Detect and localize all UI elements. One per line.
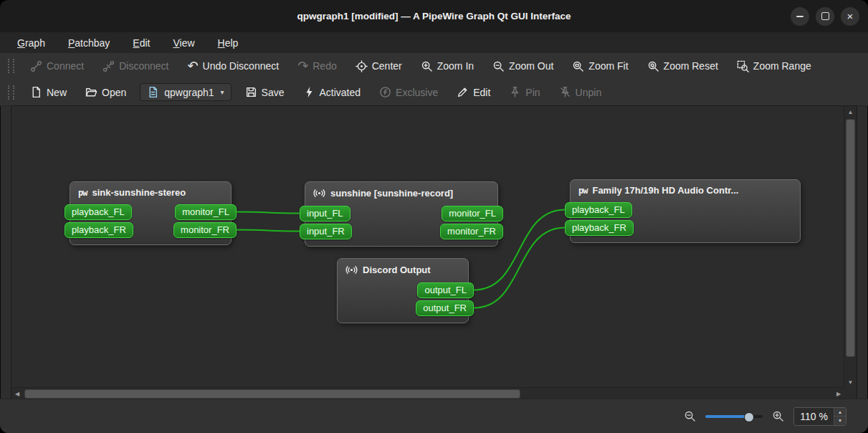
toolbar-button-label: Exclusive [396,87,438,98]
unpin-icon [559,86,571,98]
zoom-spin-down-button[interactable]: ▼ [834,417,846,425]
toolbar-button-center[interactable]: Center [350,57,407,75]
speaker-icon [345,264,358,276]
port-playback_FL[interactable]: playback_FL [65,204,132,220]
vertical-scrollbar[interactable]: ▲ ▼ [844,106,857,388]
horizontal-scroll-thumb[interactable] [24,389,520,399]
port-playback_FL[interactable]: playback_FL [565,202,632,218]
titlebar[interactable]: qpwgraph1 [modified] — A PipeWire Graph … [0,0,868,33]
zoom-out-icon[interactable] [684,410,696,422]
patchbay-profile-value: qpwgraph1 [164,87,214,98]
toolbar-button-label: Connect [47,60,84,72]
node-discord[interactable]: Discord Outputoutput_FLoutput_FR [337,258,469,323]
scroll-down-button[interactable]: ▼ [844,376,857,388]
node-family[interactable]: pwFamily 17h/19h HD Audio Contr...playba… [570,179,801,243]
port-row: input_FRmonitor_FR [300,222,503,240]
graph-view: pwsink-sunshine-stereoplayback_FLmonitor… [11,105,857,401]
port-input_FR[interactable]: input_FR [300,224,352,239]
port-row: input_FLmonitor_FL [300,204,503,222]
port-monitor_FR[interactable]: monitor_FR [173,222,237,238]
zoom-slider[interactable] [705,411,763,422]
pipewire-icon: pw [78,188,87,198]
toolbar-button-label: Disconnect [119,60,168,72]
node-sunshine[interactable]: sunshine [sunshine-record]input_FLmonito… [305,181,498,247]
menubar-items: GraphPatchbayEditViewHelp [10,35,245,51]
window-controls: × [791,0,859,32]
toolbar-button-label: Edit [473,87,490,98]
menu-patchbay[interactable]: Patchbay [61,35,117,51]
port-output_FL[interactable]: output_FL [417,282,474,298]
patchbay-profile-select[interactable]: qpwgraph1▾ [140,83,231,101]
close-button[interactable]: × [841,7,859,26]
toolbar-button-open[interactable]: Open [80,83,131,101]
connection-wire[interactable] [237,230,300,232]
toolbar-button-edit[interactable]: Edit [452,83,495,101]
port-output_FR[interactable]: output_FR [416,300,474,316]
pipewire-icon: pw [578,186,587,196]
zoom-percentage[interactable]: 110 % [794,408,834,425]
zoom-slider-handle[interactable] [744,412,754,422]
port-monitor_FL[interactable]: monitor_FL [442,206,503,222]
minimize-button[interactable] [791,7,809,26]
node-sink[interactable]: pwsink-sunshine-stereoplayback_FLmonitor… [70,181,232,245]
toolbar-button-zoom-fit[interactable]: Zoom Fit [567,57,633,75]
port-row: playback_FL [565,201,806,219]
menu-edit[interactable]: Edit [125,35,157,51]
menu-graph[interactable]: Graph [10,35,52,51]
port-playback_FR[interactable]: playback_FR [65,222,133,238]
open-folder-icon [85,86,97,98]
zoom-range-icon [737,60,749,72]
connection-wire[interactable] [237,212,300,214]
status-bar: 110 % ▲ ▼ [0,399,868,433]
node-header: pwFamily 17h/19h HD Audio Contr... [571,184,800,198]
toolbar-button-save[interactable]: Save [240,83,290,101]
exclusive-icon [379,86,391,98]
app-window: qpwgraph1 [modified] — A PipeWire Graph … [0,0,868,433]
speaker-icon [313,187,325,199]
port-input_FL[interactable]: input_FL [300,206,350,222]
vertical-scroll-thumb[interactable] [846,119,855,357]
toolbar-button-label: Zoom In [437,60,474,72]
node-title: Discord Output [363,265,431,275]
edit-pencil-icon [457,86,469,98]
toolbar-button-label: New [47,87,67,98]
toolbar-button-label: Zoom Range [753,60,811,72]
toolbar-button-zoom-in[interactable]: Zoom In [416,57,479,75]
toolbar-button-label: Redo [313,60,336,72]
node-header: pwsink-sunshine-stereo [70,186,231,200]
node-header: sunshine [sunshine-record] [305,186,497,201]
zoom-out-icon [684,410,696,422]
activated-icon [303,86,315,98]
toolbar-drag-handle[interactable] [8,85,14,100]
scroll-up-button[interactable]: ▲ [844,106,857,118]
toolbar-button-connect: Connect [25,57,89,75]
toolbar-button-zoom-out[interactable]: Zoom Out [487,57,558,75]
menu-help[interactable]: Help [211,35,246,51]
port-playback_FR[interactable]: playback_FR [565,220,634,236]
port-monitor_FL[interactable]: monitor_FL [175,204,237,220]
toolbar-button-new[interactable]: New [25,83,72,101]
toolbar-button-label: Pin [525,87,540,98]
port-row: playback_FR [565,219,806,237]
zoom-spinbox[interactable]: 110 % ▲ ▼ [793,407,846,426]
graph-canvas[interactable]: pwsink-sunshine-stereoplayback_FLmonitor… [11,106,844,388]
toolbar-button-zoom-range[interactable]: Zoom Range [732,57,816,75]
node-header: Discord Output [338,263,468,278]
node-title: sink-sunshine-stereo [92,187,186,198]
toolbar-button-undo-disconnect[interactable]: ↶Undo Disconnect [182,57,284,75]
menu-view[interactable]: View [166,35,201,51]
zoom-spin-up-button[interactable]: ▲ [834,408,846,417]
toolbar-button-label: Unpin [576,87,602,98]
toolbar-button-label: Zoom Fit [588,60,628,72]
maximize-button[interactable] [816,7,834,26]
toolbar-button-activated[interactable]: Activated [298,83,366,101]
toolbar-drag-handle[interactable] [8,59,14,73]
toolbar-button-label: Open [102,87,126,98]
port-monitor_FR[interactable]: monitor_FR [440,224,503,239]
toolbar-button-zoom-reset[interactable]: Zoom Reset [642,57,723,75]
toolbar-button-disconnect: Disconnect [97,57,173,75]
toolbar-graph: ConnectDisconnect↶Undo Disconnect↷RedoCe… [0,53,868,80]
zoom-in-icon[interactable] [772,410,784,422]
zoom-reset-icon [647,60,659,72]
toolbar-button-label: Undo Disconnect [203,60,280,72]
